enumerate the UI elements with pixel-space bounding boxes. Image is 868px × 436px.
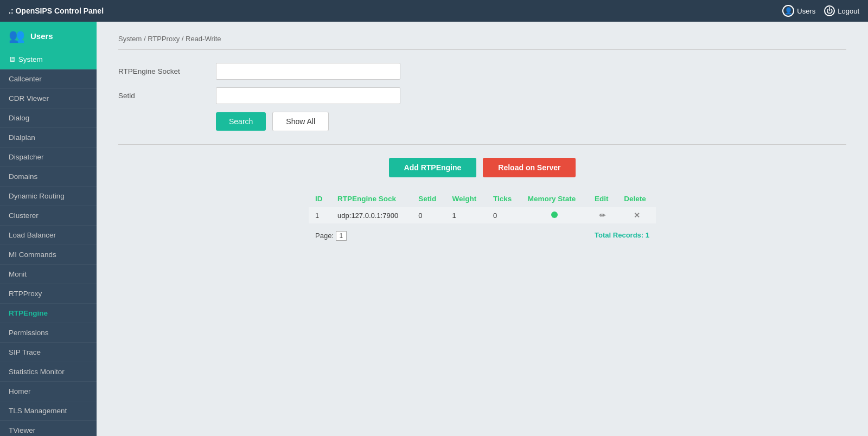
logout-label: Logout [838,7,859,15]
sidebar-item-dialplan[interactable]: Dialplan [0,128,97,148]
cell-id: 1 [309,207,331,223]
cell-edit[interactable]: ✏ [588,207,617,223]
app-body: 👥 Users 🖥 System Callcenter CDR Viewer D… [0,22,868,436]
breadcrumb: System / RTPProxy / Read-Write [118,35,846,50]
col-weight: Weight [446,190,487,207]
action-buttons: Add RTPEngine Reload on Server [118,158,846,177]
sidebar-system-icon: 🖥 [9,55,18,63]
col-id: ID [309,190,331,207]
sidebar-item-dynamic-routing[interactable]: Dynamic Routing [0,187,97,206]
topbar: .: OpenSIPS Control Panel 👤 Users ⏻ Logo… [0,0,868,22]
pagination-info: Page: 1 Total Records: 1 [309,229,656,243]
col-edit: Edit [588,190,617,207]
sidebar-users-header[interactable]: 👥 Users [0,22,97,50]
setid-input[interactable] [216,87,400,104]
sidebar-item-dispatcher[interactable]: Dispatcher [0,148,97,167]
sidebar-item-clusterer[interactable]: Clusterer [0,206,97,226]
col-ticks: Ticks [487,190,521,207]
sidebar-item-rtpproxy[interactable]: RTPProxy [0,284,97,304]
add-rtpengine-button[interactable]: Add RTPEngine [389,158,477,177]
sidebar-item-monit[interactable]: Monit [0,265,97,284]
rtpengine-table: ID RTPEngine Sock Setid Weight Ticks Mem… [309,190,656,223]
sidebar-item-homer[interactable]: Homer [0,382,97,401]
col-setid: Setid [412,190,445,207]
page-label: Page: 1 [315,231,347,241]
sidebar-item-mi-commands[interactable]: MI Commands [0,245,97,265]
search-buttons: Search Show All [216,112,846,131]
memory-state-indicator [551,211,558,218]
cell-setid: 0 [412,207,445,223]
sidebar-item-tls-management[interactable]: TLS Management [0,401,97,421]
delete-icon[interactable]: ✕ [634,211,640,220]
col-memory-state: Memory State [521,190,588,207]
cell-memory-state [521,207,588,223]
cell-ticks: 0 [487,207,521,223]
power-icon: ⏻ [824,5,835,16]
search-button[interactable]: Search [216,112,266,131]
sidebar-item-tviewer[interactable]: TViewer [0,421,97,436]
users-label: Users [797,7,815,15]
users-link[interactable]: 👤 Users [782,5,815,17]
cell-delete[interactable]: ✕ [617,207,656,223]
top-actions: 👤 Users ⏻ Logout [782,5,859,17]
sidebar-system-label: System [18,55,43,63]
sidebar-item-callcenter[interactable]: Callcenter [0,69,97,89]
rtpengine-socket-row: RTPEngine Socket [118,63,846,80]
sidebar: 👥 Users 🖥 System Callcenter CDR Viewer D… [0,22,97,436]
cell-socket: udp:127.0.0.1:7900 [331,207,412,223]
users-group-icon: 👥 [9,28,25,43]
logout-link[interactable]: ⏻ Logout [824,5,859,16]
table-row: 1 udp:127.0.0.1:7900 0 1 0 ✏ ✕ [309,207,656,223]
reload-on-server-button[interactable]: Reload on Server [483,158,576,177]
total-records: Total Records: 1 [595,231,649,241]
sidebar-item-rtpengine[interactable]: RTPEngine [0,304,97,323]
col-socket: RTPEngine Sock [331,190,412,207]
show-all-button[interactable]: Show All [272,112,329,131]
search-form: RTPEngine Socket Setid Search Show All [118,63,846,131]
sidebar-users-label: Users [30,31,53,41]
table-header-row: ID RTPEngine Sock Setid Weight Ticks Mem… [309,190,656,207]
main-content: System / RTPProxy / Read-Write RTPEngine… [97,22,868,436]
setid-row: Setid [118,87,846,104]
sidebar-item-permissions[interactable]: Permissions [0,323,97,343]
divider [118,144,846,145]
edit-icon[interactable]: ✏ [599,211,606,220]
rtpengine-socket-label: RTPEngine Socket [118,67,216,75]
brand-title: .: OpenSIPS Control Panel [9,7,104,15]
col-delete: Delete [617,190,656,207]
setid-label: Setid [118,92,216,100]
users-icon: 👤 [782,5,794,17]
sidebar-item-system[interactable]: 🖥 System [0,50,97,69]
app-brand: .: OpenSIPS Control Panel [9,7,104,15]
sidebar-item-statistics-monitor[interactable]: Statistics Monitor [0,362,97,382]
sidebar-item-cdr-viewer[interactable]: CDR Viewer [0,89,97,108]
page-number[interactable]: 1 [336,231,347,241]
cell-weight: 1 [446,207,487,223]
sidebar-item-sip-trace[interactable]: SIP Trace [0,343,97,362]
sidebar-item-load-balancer[interactable]: Load Balancer [0,226,97,245]
sidebar-item-domains[interactable]: Domains [0,167,97,187]
rtpengine-socket-input[interactable] [216,63,400,80]
sidebar-item-dialog[interactable]: Dialog [0,108,97,128]
